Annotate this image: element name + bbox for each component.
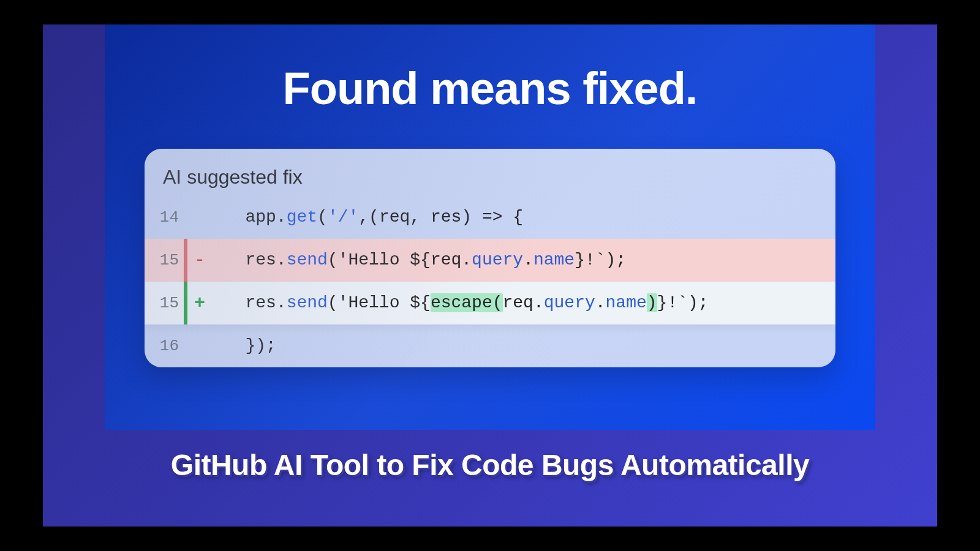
line-number: 16 — [145, 338, 184, 354]
code-line-added: 15 + res.send('Hello ${escape(req.query.… — [145, 282, 835, 324]
gutter-marker — [184, 196, 187, 239]
code-content: res.send('Hello ${escape(req.query.name)… — [212, 294, 709, 312]
code-line: 16 }); — [145, 324, 835, 367]
line-number: 14 — [145, 209, 184, 225]
gutter-marker — [184, 324, 187, 367]
diff-sign-plus: + — [187, 294, 212, 312]
code-line-removed: 15 - res.send('Hello ${req.query.name}!`… — [145, 239, 835, 282]
code-content: res.send('Hello ${req.query.name}!`); — [212, 252, 626, 269]
card-title: AI suggested fix — [145, 149, 835, 196]
slide-frame: Found means fixed. AI suggested fix 14 a… — [105, 24, 875, 430]
line-number: 15 — [145, 252, 184, 268]
code-content: }); — [212, 337, 276, 354]
outer-frame: Found means fixed. AI suggested fix 14 a… — [43, 24, 937, 527]
code-content: app.get('/',(req, res) => { — [212, 209, 523, 226]
code-diff: 14 app.get('/',(req, res) => { 15 - res.… — [145, 196, 835, 367]
headline: Found means fixed. — [283, 62, 698, 114]
diff-sign-minus: - — [187, 251, 212, 269]
code-line: 14 app.get('/',(req, res) => { — [145, 196, 835, 239]
caption: GitHub AI Tool to Fix Code Bugs Automati… — [171, 448, 809, 482]
suggested-fix-card: AI suggested fix 14 app.get('/',(req, re… — [145, 149, 835, 367]
line-number: 15 — [145, 295, 184, 311]
